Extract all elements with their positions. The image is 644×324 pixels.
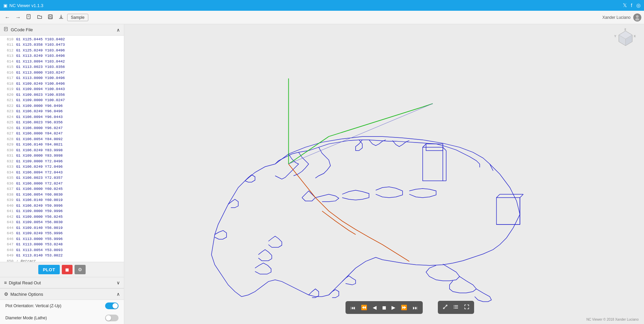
svg-point-9 bbox=[635, 18, 639, 21]
skip-to-end-button[interactable]: ⏭ bbox=[411, 304, 419, 311]
gcode-line-code: G1 X113.0000 Y55.9996 bbox=[16, 236, 63, 242]
user-name: Xander Luciano bbox=[602, 15, 631, 20]
social-icons: 𝕏 f ◎ bbox=[623, 2, 641, 8]
gcode-line-number: 630 bbox=[3, 148, 13, 153]
gcode-line-item: 611G1 X125.0358 Y103.0473 bbox=[0, 42, 124, 48]
save-button[interactable] bbox=[46, 13, 55, 22]
gcode-line-item: 649G1 X113.0140 Y53.0022 bbox=[0, 253, 124, 258]
svg-rect-5 bbox=[49, 17, 52, 18]
footer-text: NC Viewer © 2018 Xander Luciano bbox=[586, 318, 639, 321]
svg-line-43 bbox=[288, 104, 432, 164]
step-fwd-button[interactable]: ▶ bbox=[390, 304, 397, 311]
facebook-icon[interactable]: f bbox=[631, 2, 632, 8]
gcode-line-number: 629 bbox=[3, 142, 13, 148]
gcode-line-item: 634G1 X106.0094 Y72.0443 bbox=[0, 170, 124, 175]
gcode-line-code: G1 X109.0023 Y100.0356 bbox=[16, 92, 65, 98]
plot-orientation-label: Plot Orientation: Vertical (Z-Up) bbox=[5, 303, 105, 308]
gcode-line-item: 635G1 X106.0023 Y72.0357 bbox=[0, 175, 124, 181]
dro-section: ≡ Digital Read Out ∨ bbox=[0, 277, 124, 288]
gcode-line-item: 629G1 X106.0140 Y84.0021 bbox=[0, 142, 124, 148]
plot-settings-button[interactable]: ⚙ bbox=[75, 265, 86, 274]
next-button[interactable]: ⏩ bbox=[399, 304, 409, 311]
gcode-line-code: G1 X106.0054 Y84.0092 bbox=[16, 136, 63, 142]
gcode-line-code: G1 X113.0000 Y53.0248 bbox=[16, 242, 63, 247]
gcode-line-number: 613 bbox=[3, 53, 13, 59]
stop-button[interactable]: ◼ bbox=[62, 265, 73, 274]
list-view-button[interactable] bbox=[451, 303, 461, 311]
plot-orientation-toggle[interactable] bbox=[105, 302, 119, 309]
gcode-line-code: G1 X106.0000 Y72.0247 bbox=[16, 181, 63, 187]
prev-button[interactable]: ⏪ bbox=[359, 304, 369, 311]
step-back-button[interactable]: ◀ bbox=[371, 304, 378, 311]
gcode-section-header[interactable]: GCode File ∧ bbox=[0, 24, 124, 36]
gcode-line-item: 617G1 X113.0000 Y100.0496 bbox=[0, 75, 124, 81]
open-file-button[interactable] bbox=[35, 13, 44, 22]
gcode-line-number: 644 bbox=[3, 225, 13, 231]
gcode-editor[interactable]: 599G1 X149.0500 Y103.0247600G1 X149.0447… bbox=[0, 36, 124, 262]
stop-play-button[interactable]: ◼ bbox=[380, 304, 388, 311]
playback-bar: ⏮ ⏪ ◀ ◼ ▶ ⏩ ⏭ bbox=[346, 301, 423, 314]
gcode-line-number: 635 bbox=[3, 175, 13, 181]
gcode-line-code: G1 X109.0000 Y83.9998 bbox=[16, 153, 63, 159]
view-cube[interactable]: Z Y X bbox=[614, 28, 637, 51]
gcode-line-item: 637G1 X106.0000 Y60.0245 bbox=[0, 186, 124, 192]
dro-expand-icon: ∨ bbox=[117, 280, 120, 285]
svg-line-36 bbox=[520, 194, 523, 198]
gcode-line-number: 641 bbox=[3, 208, 13, 214]
gcode-line-code: G1 X106.0000 Y96.0247 bbox=[16, 125, 63, 131]
new-file-button[interactable] bbox=[24, 13, 34, 22]
avatar bbox=[633, 13, 641, 22]
tools-bar bbox=[438, 301, 474, 314]
gcode-line-item: 618G1 X109.0249 Y100.0496 bbox=[0, 81, 124, 87]
plot-button[interactable]: PLOT bbox=[38, 265, 60, 274]
gcode-line-number: 626 bbox=[3, 125, 13, 131]
machine-section-header[interactable]: ⚙ Machine Options ∧ bbox=[0, 289, 124, 300]
canvas-area[interactable]: Z Y X bbox=[124, 24, 644, 324]
gcode-line-number: 640 bbox=[3, 203, 13, 209]
gcode-line-item: 633G1 X106.0249 Y72.0496 bbox=[0, 164, 124, 170]
gcode-line-code: G1 X113.0094 Y103.0442 bbox=[16, 59, 65, 65]
gcode-line-code: G1 X106.0094 Y72.0443 bbox=[16, 170, 63, 175]
gcode-line-item: 648G1 X113.0054 Y53.0093 bbox=[0, 247, 124, 253]
diameter-mode-row: Diameter Mode (Lathe) bbox=[0, 312, 124, 324]
skip-to-start-button[interactable]: ⏮ bbox=[349, 304, 357, 311]
gcode-line-code: G1 X109.0000 Y100.0247 bbox=[16, 97, 65, 103]
dro-section-header[interactable]: ≡ Digital Read Out ∨ bbox=[0, 277, 124, 288]
gcode-collapse-icon: ∧ bbox=[117, 27, 120, 33]
svg-line-28 bbox=[423, 144, 426, 147]
sample-button[interactable]: Sample bbox=[67, 14, 88, 21]
measure-tool-button[interactable] bbox=[441, 303, 450, 311]
gcode-line-item: 638G1 X106.0054 Y60.0030 bbox=[0, 192, 124, 198]
svg-rect-33 bbox=[497, 198, 520, 225]
download-button[interactable] bbox=[56, 13, 66, 22]
gcode-line-code: G1 X106.0249 Y72.0496 bbox=[16, 164, 63, 170]
gcode-line-number: 639 bbox=[3, 197, 13, 203]
diameter-mode-toggle[interactable] bbox=[105, 315, 119, 321]
gcode-line-item: 610G1 X125.0445 Y103.0402 bbox=[0, 37, 124, 42]
svg-line-30 bbox=[443, 147, 446, 151]
gcode-line-number: 623 bbox=[3, 109, 13, 114]
svg-line-34 bbox=[497, 194, 500, 198]
gcode-line-item: 622G1 X109.0000 Y96.0496 bbox=[0, 103, 124, 109]
gcode-line-code: G1 X109.0000 Y96.0496 bbox=[16, 103, 63, 109]
gcode-line-code: G1 X109.0000 Y56.0245 bbox=[16, 214, 63, 220]
fullscreen-button[interactable] bbox=[462, 303, 471, 311]
gcode-line-code: G1 X125.0358 Y103.0473 bbox=[16, 42, 65, 48]
gcode-line-code: G1 X113.0249 Y103.0496 bbox=[16, 53, 65, 59]
gcode-line-code: G1 X113.0000 Y100.0496 bbox=[16, 75, 65, 81]
gcode-line-item: 628G1 X106.0054 Y84.0092 bbox=[0, 136, 124, 142]
instagram-icon[interactable]: ◎ bbox=[636, 2, 641, 8]
gcode-line-number: 634 bbox=[3, 170, 13, 175]
svg-point-52 bbox=[454, 308, 454, 309]
nc-toolpath-canvas[interactable] bbox=[124, 24, 644, 324]
back-button[interactable]: ← bbox=[3, 13, 12, 22]
gcode-line-code: G1 X106.0000 Y84.0247 bbox=[16, 131, 63, 136]
gcode-section-title: GCode File bbox=[11, 27, 33, 32]
gcode-line-item: 619G1 X109.0094 Y100.0443 bbox=[0, 86, 124, 92]
svg-rect-10 bbox=[4, 27, 7, 31]
gcode-line-item: 631G1 X109.0000 Y83.9998 bbox=[0, 153, 124, 159]
gcode-line-code: G1 X106.0000 Y60.0245 bbox=[16, 186, 63, 192]
forward-button[interactable]: → bbox=[13, 13, 23, 22]
twitter-icon[interactable]: 𝕏 bbox=[623, 2, 627, 8]
gcode-line-item: 614G1 X113.0094 Y103.0442 bbox=[0, 59, 124, 65]
